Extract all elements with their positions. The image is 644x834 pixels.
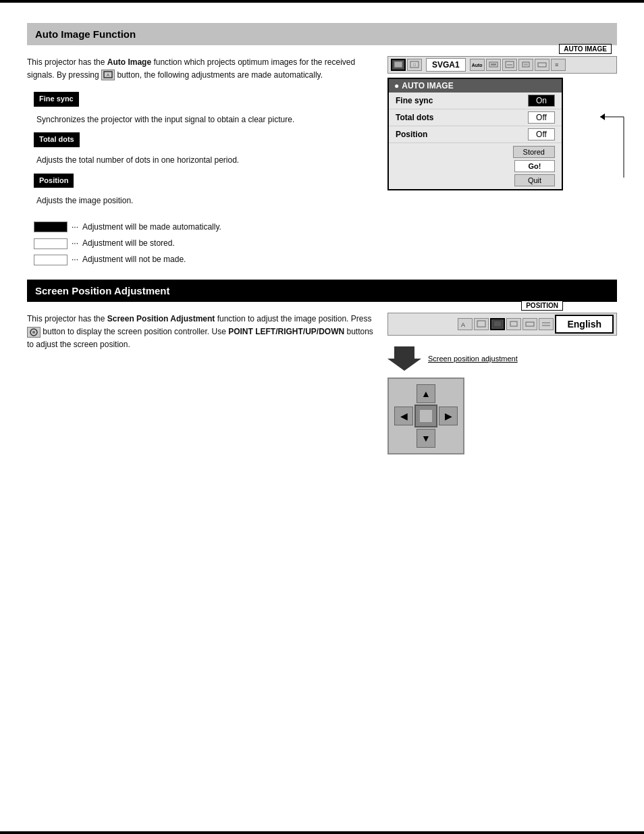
auto-image-panel-title: ●AUTO IMAGE (389, 79, 562, 93)
english-button[interactable]: English (555, 315, 614, 334)
pad-row-bottom: ▼ (417, 429, 435, 448)
bottom-border (0, 831, 644, 834)
auto-image-section-header: Auto Image Function (27, 23, 617, 45)
svg-marker-15 (600, 113, 605, 120)
pad-left-button[interactable]: ◀ (394, 407, 413, 425)
svg-rect-20 (493, 321, 502, 327)
auto-image-section: This projector has the Auto Image functi… (27, 56, 617, 266)
position-row-label: Position (396, 130, 427, 139)
total-dots-row: Total dots Off (389, 109, 562, 126)
menu-icon-3[interactable] (486, 59, 501, 71)
position-label: Position (34, 174, 74, 188)
position-description: This projector has the Screen Position A… (27, 313, 374, 454)
position-row-value: Off (528, 128, 555, 140)
screen-position-note: Screen position adjustment (428, 355, 518, 363)
pos-menu-icon-3[interactable] (490, 318, 505, 330)
menu-icon-7[interactable]: ≡ (551, 59, 566, 71)
fine-sync-label: Fine sync (34, 92, 79, 107)
annotation-arrow (597, 110, 630, 191)
pad-right-button[interactable]: ▶ (439, 407, 458, 425)
fine-sync-item: Fine sync (34, 92, 374, 111)
auto-image-items: Fine sync Synchronizes the projector wit… (34, 92, 374, 207)
svg-rect-6 (491, 63, 496, 66)
position-intro-text: This projector has the Screen Position A… (27, 313, 374, 350)
legend-on-text: Adjustment will be made automatically. (82, 221, 221, 234)
position-section: Screen Position Adjustment This projecto… (27, 280, 617, 454)
total-dots-desc: Adjusts the total number of dots in one … (36, 154, 374, 167)
position-row: Position Off (389, 126, 562, 143)
pos-menu-icon-1[interactable]: A (458, 318, 473, 330)
legend-off-text: Adjustment will be stored. (82, 237, 175, 250)
svg-point-17 (32, 331, 35, 334)
pad-up-button[interactable]: ▲ (417, 384, 435, 403)
total-dots-label: Total dots (34, 132, 80, 147)
auto-image-buttons: Stored Go! Quit (389, 143, 562, 189)
auto-image-right-col: AUTO IMAGE □ SVGA1 Auto (387, 56, 617, 266)
total-dots-row-label: Total dots (396, 113, 433, 122)
auto-image-intro-text: This projector has the Auto Image functi… (27, 56, 374, 81)
legend-on-box (34, 221, 68, 232)
svg-rect-21 (510, 321, 517, 326)
stored-button[interactable]: Stored (513, 146, 555, 158)
fine-sync-row-value: On (528, 95, 555, 107)
menu-icon-5[interactable] (518, 59, 533, 71)
legend-quit-box (34, 255, 68, 265)
svg-rect-22 (526, 322, 534, 326)
auto-image-menu-bar: □ SVGA1 Auto (387, 56, 617, 74)
svga-label: SVGA1 (426, 58, 466, 72)
svg-rect-2 (394, 61, 402, 68)
svg-text:≡: ≡ (555, 61, 558, 68)
svg-text:A: A (107, 73, 109, 77)
pad-row-middle: ◀ ▶ (394, 405, 458, 427)
svg-rect-11 (538, 63, 546, 67)
auto-image-panel-wrapper: AUTO IMAGE □ SVGA1 Auto (387, 56, 617, 190)
pos-menu-icon-4[interactable] (506, 318, 521, 330)
svg-rect-10 (524, 63, 528, 66)
auto-image-menu-label: AUTO IMAGE (559, 44, 612, 54)
fine-sync-row-label: Fine sync (396, 96, 433, 105)
pad-down-button[interactable]: ▼ (417, 429, 435, 448)
svg-rect-19 (477, 321, 485, 327)
position-menu-bar: A (387, 313, 617, 336)
pos-menu-icon-6[interactable] (539, 318, 554, 330)
quit-button[interactable]: Quit (514, 174, 555, 186)
position-section-header: Screen Position Adjustment (27, 280, 617, 302)
menu-icon-1[interactable] (391, 59, 406, 71)
total-dots-row-value: Off (528, 111, 555, 124)
position-icon (27, 327, 41, 338)
auto-image-panel: ●AUTO IMAGE Fine sync On Total dots Off … (387, 78, 563, 190)
pos-menu-icon-2[interactable] (474, 318, 489, 330)
pad-center-inner (419, 409, 433, 423)
menu-icon-6[interactable] (535, 59, 549, 71)
total-dots-item: Total dots (34, 132, 374, 151)
fine-sync-row: Fine sync On (389, 93, 562, 109)
auto-image-icon: A (101, 70, 115, 80)
pos-menu-icon-5[interactable] (522, 318, 537, 330)
fine-sync-desc: Synchronizes the projector with the inpu… (36, 113, 374, 126)
go-button[interactable]: Go! (514, 160, 555, 172)
auto-image-description: This projector has the Auto Image functi… (27, 56, 374, 266)
position-desc: Adjusts the image position. (36, 194, 374, 207)
menu-icon-4[interactable] (502, 59, 517, 71)
pad-center (414, 405, 437, 427)
legend-off-box (34, 238, 68, 249)
position-panel-wrapper: POSITION A (387, 313, 617, 454)
position-pad: ▲ ◀ ▶ ▼ (387, 377, 464, 454)
menu-icon-2[interactable]: □ (407, 59, 422, 71)
position-menu-label: POSITION (521, 301, 563, 311)
legend-area: ··· Adjustment will be made automaticall… (34, 221, 374, 267)
pad-row-top: ▲ (417, 384, 435, 403)
svg-text:□: □ (413, 63, 416, 67)
menu-icon-auto[interactable]: Auto (470, 59, 485, 71)
legend-quit-text: Adjustment will not be made. (82, 253, 186, 266)
position-right-col: POSITION A (387, 313, 617, 454)
svg-text:A: A (461, 321, 465, 328)
position-item: Position (34, 174, 374, 192)
down-arrow-icon (387, 345, 421, 372)
svg-marker-25 (387, 346, 421, 371)
position-content: This projector has the Screen Position A… (27, 313, 617, 454)
